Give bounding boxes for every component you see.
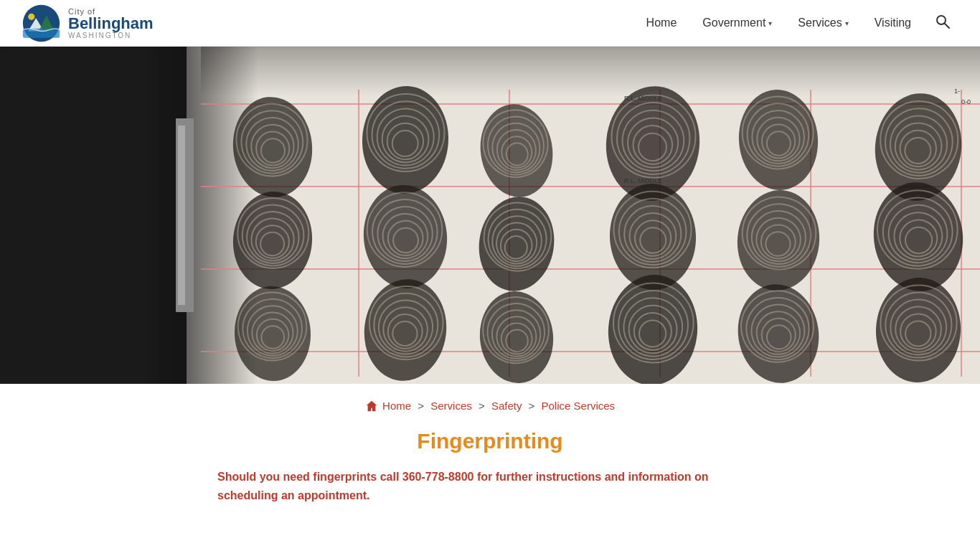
breadcrumb-sep-1: > [418, 400, 424, 412]
breadcrumb-services[interactable]: Services [430, 400, 472, 412]
breadcrumb-sep-2: > [479, 400, 485, 412]
breadcrumb: Home > Services > Safety > Police Servic… [0, 384, 980, 420]
svg-point-4 [28, 13, 34, 19]
nav-services-label: Services [798, 17, 842, 29]
breadcrumb-home[interactable]: Home [382, 400, 411, 412]
nav-home-label: Home [646, 17, 677, 29]
breadcrumb-police[interactable]: Police Services [542, 400, 616, 412]
site-header: City of Bellingham WASHINGTON Home Gover… [0, 0, 980, 47]
government-chevron-icon: ▾ [768, 19, 772, 27]
search-button[interactable] [927, 9, 958, 38]
nav-item-government[interactable]: Government ▾ [692, 11, 782, 35]
svg-line-6 [945, 24, 949, 28]
nav-item-services[interactable]: Services ▾ [788, 11, 858, 35]
page-body-text: Should you need fingerprints call 360-77… [217, 468, 763, 504]
nav-item-visiting[interactable]: Visiting [864, 11, 921, 35]
services-chevron-icon: ▾ [845, 19, 849, 27]
search-icon [936, 14, 950, 29]
page-content: Should you need fingerprints call 360-77… [203, 468, 777, 547]
hero-banner [0, 47, 980, 384]
home-icon [365, 400, 378, 413]
nav-government-label: Government [702, 17, 765, 29]
svg-point-5 [937, 16, 946, 24]
page-title: Fingerprinting [0, 429, 980, 453]
logo-state-label: WASHINGTON [68, 32, 154, 39]
breadcrumb-sep-3: > [529, 400, 535, 412]
nav-visiting-label: Visiting [875, 17, 911, 29]
svg-rect-3 [23, 28, 60, 37]
breadcrumb-safety[interactable]: Safety [491, 400, 522, 412]
logo-icon [22, 4, 61, 43]
nav-item-home[interactable]: Home [636, 11, 687, 35]
logo-name-label: Bellingham [68, 16, 154, 32]
logo[interactable]: City of Bellingham WASHINGTON [22, 4, 154, 43]
logo-text-block: City of Bellingham WASHINGTON [68, 7, 154, 39]
main-nav: Home Government ▾ Services ▾ Visiting [636, 9, 958, 38]
hero-image [0, 47, 980, 384]
